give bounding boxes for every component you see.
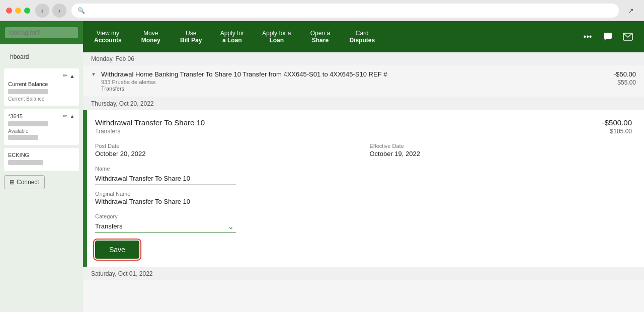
- nav-apply-loan-line1: Apply for: [220, 30, 244, 37]
- edit-icon[interactable]: ✏: [63, 72, 67, 79]
- name-label: Name: [95, 166, 632, 172]
- nav-move-money-line1: Move: [143, 30, 158, 37]
- transaction-amounts-1: -$50.00 $55.00: [614, 70, 636, 86]
- close-button[interactable]: [6, 8, 12, 14]
- category-field: Category Transfers Payment Other ⌄: [95, 213, 632, 232]
- transaction-tag-1: Transfers: [101, 86, 614, 92]
- nav-apply-loan-2-line2: Loan: [269, 37, 284, 44]
- balance-bar-3: [8, 160, 43, 165]
- account-icons-1: ✏ ▲: [63, 72, 75, 79]
- name-field: Name: [95, 166, 632, 185]
- green-indicator: [85, 110, 87, 267]
- nav-apply-loan-2[interactable]: Apply for a Loan: [253, 21, 300, 52]
- sidebar-dashboard-section: hboard: [0, 48, 83, 65]
- minimize-button[interactable]: [15, 8, 21, 14]
- nav-open-share-line2: Share: [312, 37, 329, 44]
- nav-move-money[interactable]: Move Money: [131, 21, 171, 52]
- post-date-field: Post Date October 20, 2022: [95, 143, 358, 158]
- mail-button[interactable]: [620, 29, 636, 45]
- nav-apply-loan-line2: a Loan: [222, 37, 242, 44]
- search-input[interactable]: [5, 27, 78, 38]
- chat-icon: [603, 32, 613, 42]
- browser-chrome: ‹ › 🔍 ↗: [0, 0, 644, 21]
- nav-card-disputes-line1: Card: [356, 30, 369, 37]
- nav-open-share[interactable]: Open a Share: [300, 21, 340, 52]
- maximize-button[interactable]: [24, 8, 30, 14]
- nav-apply-loan-2-line1: Apply for a: [262, 30, 291, 37]
- account-balance-value: [8, 89, 48, 94]
- connect-icon: ⊞: [10, 179, 15, 186]
- sidebar-account-card-2: *3645 ✏ ▲ Available: [4, 109, 79, 145]
- save-button[interactable]: Save: [95, 241, 139, 259]
- transaction-name-1: Withdrawal Home Banking Transfer To Shar…: [101, 70, 614, 78]
- top-nav: View my Accounts Move Money Use Bill Pay…: [83, 21, 644, 52]
- date-header-2: Thursday, Oct 20, 2022: [83, 97, 644, 110]
- content-area: Monday, Feb 06 ▼ Withdrawal Home Banking…: [83, 52, 644, 312]
- edit-icon-2[interactable]: ✏: [63, 113, 67, 119]
- nav-view-accounts[interactable]: View my Accounts: [85, 21, 131, 52]
- account-header-1: ✏ ▲: [8, 72, 75, 79]
- original-name-label: Original Name: [95, 191, 632, 197]
- traffic-lights: [6, 8, 30, 14]
- nav-right-icons: •••: [580, 21, 642, 52]
- nav-card-disputes[interactable]: Card Disputes: [340, 21, 384, 52]
- sidebar-search-area: [0, 21, 83, 44]
- available-label: Available: [8, 128, 75, 134]
- category-label: Category: [95, 213, 632, 219]
- mail-icon: [623, 33, 633, 41]
- chat-button[interactable]: [600, 29, 616, 45]
- expand-icon-2[interactable]: ▲: [69, 113, 75, 119]
- main-content: View my Accounts Move Money Use Bill Pay…: [83, 21, 644, 312]
- account-icons-2: ✏ ▲: [63, 113, 75, 119]
- detail-grid: Post Date October 20, 2022 Effective Dat…: [95, 143, 632, 158]
- share-icon[interactable]: ↗: [624, 4, 638, 18]
- nav-spacer: [384, 21, 580, 52]
- nav-apply-loan[interactable]: Apply for a Loan: [211, 21, 253, 52]
- connect-button[interactable]: ⊞ Connect: [4, 175, 45, 189]
- transaction-sub-1: 933 Prueba de alertas: [101, 79, 614, 85]
- detail-main-name: Withdrawal Transfer To Share 10: [95, 118, 205, 127]
- expand-chevron-1[interactable]: ▼: [91, 71, 99, 77]
- sidebar-account-card-3: ECKING: [4, 148, 79, 171]
- back-button[interactable]: ‹: [35, 4, 49, 18]
- search-icon: 🔍: [77, 7, 85, 14]
- account-name-3: ECKING: [8, 152, 75, 158]
- account-name-2: *3645: [8, 113, 23, 119]
- detail-amounts: -$500.00 $105.00: [602, 118, 632, 135]
- sidebar-content: hboard ✏ ▲ Current Balance Current Balan…: [0, 44, 83, 312]
- transaction-row-1[interactable]: ▼ Withdrawal Home Banking Transfer To Sh…: [83, 65, 644, 97]
- available-bar: [8, 135, 38, 140]
- sidebar-dashboard-item[interactable]: hboard: [5, 51, 78, 62]
- expand-icon[interactable]: ▲: [69, 72, 75, 79]
- app: hboard ✏ ▲ Current Balance Current Balan…: [0, 21, 644, 312]
- original-name-field: Original Name Withdrawal Transfer To Sha…: [95, 191, 632, 205]
- browser-nav: ‹ ›: [35, 4, 66, 18]
- nav-view-accounts-line2: Accounts: [94, 37, 122, 44]
- nav-bill-pay[interactable]: Use Bill Pay: [171, 21, 211, 52]
- post-date-value: October 20, 2022: [95, 150, 358, 158]
- browser-toolbar: ↗: [624, 4, 638, 18]
- forward-button[interactable]: ›: [52, 4, 66, 18]
- original-name-value: Withdrawal Transfer To Share 10: [95, 198, 632, 205]
- nav-move-money-line2: Money: [141, 37, 160, 44]
- more-button[interactable]: •••: [580, 29, 596, 45]
- effective-date-label: Effective Date: [370, 143, 632, 149]
- nav-view-accounts-line1: View my: [97, 30, 119, 37]
- nav-bill-pay-line2: Bill Pay: [180, 37, 202, 44]
- detail-header: Withdrawal Transfer To Share 10 Transfer…: [95, 118, 632, 135]
- detail-amount: -$500.00: [602, 118, 632, 127]
- post-date-label: Post Date: [95, 143, 358, 149]
- nav-card-disputes-line2: Disputes: [349, 37, 375, 44]
- svg-rect-0: [604, 33, 612, 39]
- name-input[interactable]: [95, 173, 236, 185]
- detail-balance: $105.00: [602, 128, 632, 135]
- balance-bar-2: [8, 121, 48, 126]
- category-select[interactable]: Transfers Payment Other: [95, 220, 236, 232]
- nav-open-share-line1: Open a: [310, 30, 330, 37]
- svg-marker-1: [604, 39, 607, 41]
- address-bar[interactable]: 🔍: [71, 4, 619, 18]
- effective-date-field: Effective Date October 19, 2022: [370, 143, 632, 158]
- transaction-balance-1: $55.00: [614, 79, 636, 86]
- account-balance-label: Current Balance: [8, 80, 75, 88]
- expanded-transaction: Withdrawal Transfer To Share 10 Transfer…: [83, 110, 644, 267]
